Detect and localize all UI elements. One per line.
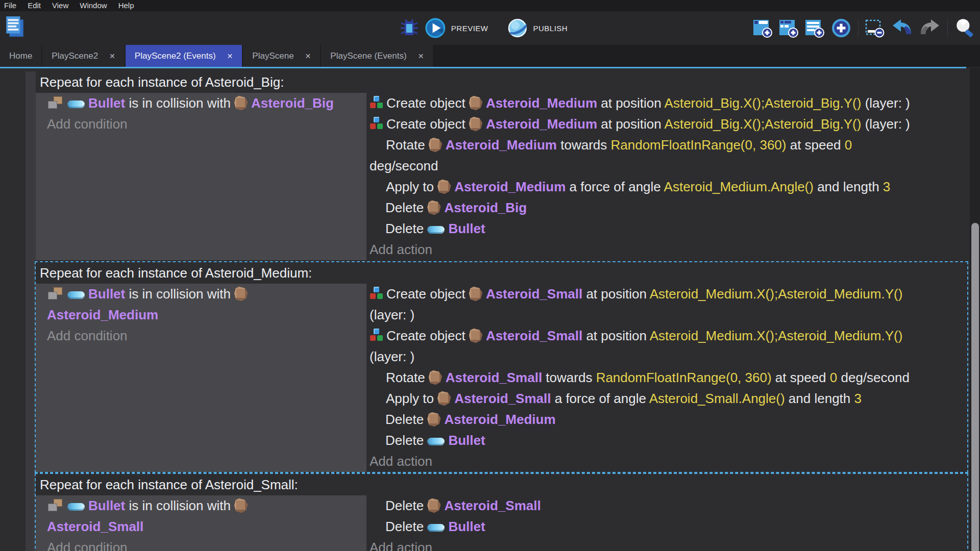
action-row[interactable]: Rotate Asteroid_Medium towards RandomFlo… bbox=[370, 135, 967, 177]
publish-planet-icon[interactable] bbox=[506, 17, 528, 39]
object-name: Bullet bbox=[448, 433, 485, 448]
main-toolbar: PREVIEW PUBLISH bbox=[0, 11, 980, 45]
plain-text: and length bbox=[814, 179, 883, 194]
event-drag-handle-gutter[interactable] bbox=[26, 71, 36, 551]
add-condition-button[interactable]: Add condition bbox=[47, 325, 362, 346]
tab-playscene[interactable]: PlayScene✕ bbox=[243, 45, 320, 67]
publish-label[interactable]: PUBLISH bbox=[533, 24, 568, 33]
action-row[interactable]: Delete Bullet bbox=[370, 218, 967, 239]
condition-row[interactable]: Bullet is in collision with Asteroid_Med… bbox=[47, 284, 362, 325]
menu-item-edit[interactable]: Edit bbox=[22, 0, 46, 11]
asteroid-sprite-icon bbox=[429, 370, 442, 385]
event-line: Delete Bullet bbox=[370, 218, 967, 239]
object-name: Asteroid_Medium bbox=[444, 412, 555, 427]
tab-playscene2[interactable]: PlayScene2✕ bbox=[42, 45, 124, 67]
expression: 0 bbox=[845, 137, 852, 153]
event-line: Create object Asteroid_Medium at positio… bbox=[370, 114, 967, 135]
action-row[interactable]: Create object Asteroid_Small at position… bbox=[370, 284, 967, 325]
plain-text: Create object bbox=[386, 116, 469, 132]
vertical-scrollbar-track[interactable] bbox=[970, 68, 980, 551]
event-line: Rotate Asteroid_Medium towards RandomFlo… bbox=[370, 135, 967, 156]
plain-text: (layer: ) bbox=[861, 95, 910, 111]
add-subevent-icon[interactable] bbox=[779, 18, 798, 38]
expression: Asteroid_Small.Angle() bbox=[649, 391, 785, 406]
object-name: Asteroid_Small bbox=[47, 519, 143, 534]
add-condition-button[interactable]: Add condition bbox=[47, 537, 362, 551]
plain-text: Create object bbox=[386, 286, 469, 302]
add-action-button[interactable]: Add action bbox=[370, 239, 967, 260]
event-line: (layer: ) bbox=[370, 346, 967, 367]
action-row[interactable]: Delete Asteroid_Big bbox=[370, 197, 967, 218]
delete-icon bbox=[370, 201, 383, 214]
undo-icon[interactable] bbox=[891, 19, 913, 37]
asteroid-sprite-icon bbox=[234, 287, 248, 301]
tab-close-icon[interactable]: ✕ bbox=[227, 52, 233, 60]
plain-text: deg/second bbox=[837, 370, 910, 385]
menu-item-window[interactable]: Window bbox=[74, 0, 112, 11]
search-icon[interactable] bbox=[954, 17, 976, 39]
add-event-icon[interactable] bbox=[753, 18, 772, 38]
toolbar-separator bbox=[947, 19, 948, 37]
action-row[interactable]: Create object Asteroid_Medium at positio… bbox=[370, 93, 967, 114]
conditions-column: Bullet is in collision with Asteroid_Sma… bbox=[36, 495, 366, 551]
event-block[interactable]: Repeat for each instance of Asteroid_Sma… bbox=[36, 474, 967, 551]
action-row[interactable]: Delete Asteroid_Medium bbox=[370, 409, 967, 430]
tab-close-icon[interactable]: ✕ bbox=[418, 52, 424, 60]
menu-item-file[interactable]: File bbox=[4, 0, 22, 11]
plain-text: a force of angle bbox=[566, 179, 664, 194]
preview-label[interactable]: PREVIEW bbox=[451, 24, 488, 33]
add-action-button[interactable]: Add action bbox=[370, 451, 967, 472]
condition-row[interactable]: Bullet is in collision with Asteroid_Big bbox=[47, 93, 362, 114]
event-block[interactable]: Repeat for each instance of Asteroid_Med… bbox=[36, 262, 967, 472]
menu-item-help[interactable]: Help bbox=[113, 0, 140, 11]
delete-selection-icon[interactable] bbox=[865, 18, 885, 38]
expression: 3 bbox=[854, 391, 862, 406]
event-line: Delete Bullet bbox=[370, 430, 967, 451]
plain-text: towards bbox=[542, 370, 596, 385]
action-row[interactable]: Apply to Asteroid_Small a force of angle… bbox=[370, 388, 967, 409]
bullet-sprite-icon bbox=[67, 291, 85, 299]
redo-icon[interactable] bbox=[919, 19, 941, 37]
plain-text: deg/second bbox=[370, 158, 438, 173]
plain-text: (layer: ) bbox=[861, 116, 910, 132]
event-line: Delete Bullet bbox=[370, 516, 967, 537]
event-block[interactable]: Repeat for each instance of Asteroid_Big… bbox=[36, 71, 967, 260]
plain-text: Delete bbox=[385, 519, 427, 534]
add-circle-icon[interactable] bbox=[831, 18, 851, 38]
action-row[interactable]: Apply to Asteroid_Medium a force of angl… bbox=[370, 177, 967, 197]
action-row[interactable]: Create object Asteroid_Small at position… bbox=[370, 325, 967, 367]
action-row[interactable]: Rotate Asteroid_Small towards RandomFloa… bbox=[370, 367, 967, 388]
tab-home[interactable]: Home bbox=[0, 45, 41, 67]
add-condition-button[interactable]: Add condition bbox=[47, 114, 362, 135]
action-row[interactable]: Create object Asteroid_Medium at positio… bbox=[370, 114, 967, 135]
expression: Asteroid_Big.X();Asteroid_Big.Y() bbox=[665, 95, 862, 111]
expression: Asteroid_Medium.Angle() bbox=[664, 179, 814, 194]
event-line: Apply to Asteroid_Small a force of angle… bbox=[370, 388, 967, 409]
tab-close-icon[interactable]: ✕ bbox=[109, 52, 115, 60]
plain-text: towards bbox=[557, 137, 611, 153]
add-action-button[interactable]: Add action bbox=[370, 537, 967, 551]
action-row[interactable]: Delete Asteroid_Small bbox=[370, 495, 967, 516]
tab-playscene2-events-[interactable]: PlayScene2 (Events)✕ bbox=[126, 45, 242, 67]
rotate-icon bbox=[370, 370, 384, 384]
vertical-scrollbar-thumb[interactable] bbox=[971, 223, 979, 551]
tab-label: Home bbox=[9, 51, 32, 61]
object-name: Asteroid_Small bbox=[454, 391, 551, 406]
menu-item-view[interactable]: View bbox=[46, 0, 74, 11]
tab-bar: HomePlayScene2✕PlayScene2 (Events)✕PlayS… bbox=[0, 45, 980, 67]
object-name: Asteroid_Medium bbox=[486, 95, 597, 111]
tab-close-icon[interactable]: ✕ bbox=[305, 52, 311, 60]
debug-icon[interactable] bbox=[399, 18, 420, 38]
project-manager-icon[interactable] bbox=[4, 15, 26, 39]
event-line: Asteroid_Medium bbox=[47, 305, 362, 325]
condition-row[interactable]: Bullet is in collision with Asteroid_Sma… bbox=[47, 495, 362, 537]
tab-playscene-events-[interactable]: PlayScene (Events)✕ bbox=[321, 45, 433, 67]
object-name: Asteroid_Medium bbox=[486, 116, 597, 132]
action-row[interactable]: Delete Bullet bbox=[370, 430, 967, 451]
preview-play-icon[interactable] bbox=[425, 17, 446, 39]
action-row[interactable]: Delete Bullet bbox=[370, 516, 967, 537]
add-comment-icon[interactable] bbox=[805, 18, 824, 38]
object-name: Bullet bbox=[88, 286, 125, 302]
plain-text: Rotate bbox=[386, 370, 429, 385]
plain-text: is in collision with bbox=[125, 95, 234, 111]
